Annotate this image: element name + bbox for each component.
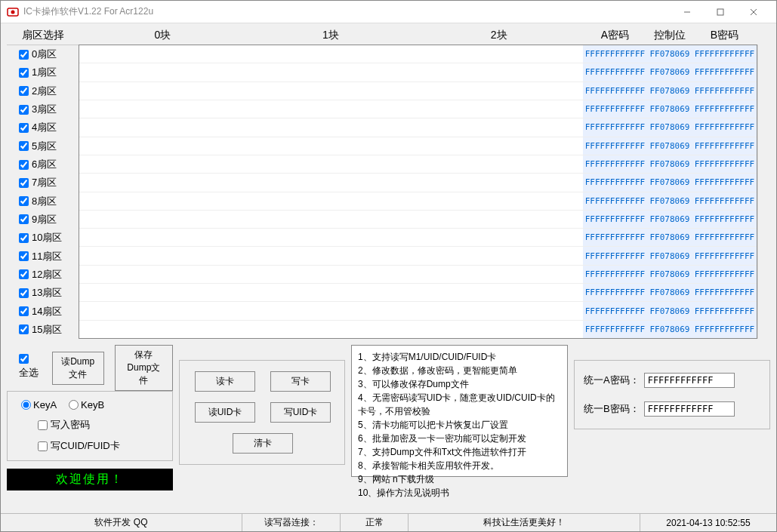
cell-block0[interactable] — [79, 284, 247, 301]
minimize-button[interactable] — [671, 2, 704, 23]
sector-checkbox-12[interactable]: 12扇区 — [7, 266, 79, 284]
cell-block2[interactable] — [415, 321, 583, 338]
save-dump-button[interactable]: 保存Dump文件 — [115, 345, 173, 391]
cell-a-password[interactable]: FFFFFFFFFFFF — [583, 211, 647, 228]
keya-radio[interactable]: KeyA — [21, 399, 57, 411]
cell-b-password[interactable]: FFFFFFFFFFFF — [692, 82, 757, 100]
cell-block1[interactable] — [247, 302, 415, 319]
cell-block2[interactable] — [415, 229, 583, 246]
read-card-button[interactable]: 读卡 — [195, 371, 255, 392]
sector-checkbox-1[interactable]: 1扇区 — [7, 63, 79, 81]
cell-b-password[interactable]: FFFFFFFFFFFF — [692, 302, 757, 319]
cell-a-password[interactable]: FFFFFFFFFFFF — [583, 137, 647, 155]
cell-block0[interactable] — [79, 211, 247, 228]
cell-control[interactable]: FF078069 — [647, 100, 692, 118]
cell-control[interactable]: FF078069 — [647, 137, 692, 155]
cell-a-password[interactable]: FFFFFFFFFFFF — [583, 155, 647, 173]
cell-block1[interactable] — [247, 211, 415, 228]
cell-b-password[interactable]: FFFFFFFFFFFF — [692, 63, 757, 81]
cell-b-password[interactable]: FFFFFFFFFFFF — [692, 174, 757, 191]
cell-block2[interactable] — [415, 118, 583, 136]
cell-block2[interactable] — [415, 192, 583, 210]
vertical-scrollbar[interactable] — [757, 45, 770, 339]
write-uid-button[interactable]: 写UID卡 — [270, 402, 331, 423]
cell-a-password[interactable]: FFFFFFFFFFFF — [583, 247, 647, 264]
cell-block0[interactable] — [79, 63, 247, 81]
maximize-button[interactable] — [704, 2, 737, 23]
cell-b-password[interactable]: FFFFFFFFFFFF — [692, 321, 757, 338]
cell-block2[interactable] — [415, 284, 583, 301]
cell-block2[interactable] — [415, 211, 583, 228]
keyb-radio[interactable]: KeyB — [69, 399, 104, 411]
cell-b-password[interactable]: FFFFFFFFFFFF — [692, 45, 757, 63]
cell-control[interactable]: FF078069 — [647, 284, 692, 301]
sector-checkbox-14[interactable]: 14扇区 — [7, 302, 79, 320]
read-uid-button[interactable]: 读UID卡 — [195, 402, 255, 423]
cell-control[interactable]: FF078069 — [647, 82, 692, 100]
cell-block1[interactable] — [247, 284, 415, 301]
cell-block1[interactable] — [247, 45, 415, 63]
sector-checkbox-9[interactable]: 9扇区 — [7, 211, 79, 229]
sector-checkbox-13[interactable]: 13扇区 — [7, 284, 79, 302]
cell-control[interactable]: FF078069 — [647, 211, 692, 228]
cell-a-password[interactable]: FFFFFFFFFFFF — [583, 192, 647, 210]
read-dump-button[interactable]: 读Dump文件 — [52, 352, 104, 385]
cell-block0[interactable] — [79, 192, 247, 210]
cell-block2[interactable] — [415, 302, 583, 319]
cell-block2[interactable] — [415, 247, 583, 264]
sector-checkbox-3[interactable]: 3扇区 — [7, 100, 79, 118]
cell-a-password[interactable]: FFFFFFFFFFFF — [583, 82, 647, 100]
write-card-button[interactable]: 写卡 — [270, 371, 331, 392]
cell-control[interactable]: FF078069 — [647, 266, 692, 283]
cell-control[interactable]: FF078069 — [647, 192, 692, 210]
cell-a-password[interactable]: FFFFFFFFFFFF — [583, 321, 647, 338]
unified-b-input[interactable] — [644, 401, 735, 417]
cell-block2[interactable] — [415, 266, 583, 283]
cell-block1[interactable] — [247, 247, 415, 264]
cell-a-password[interactable]: FFFFFFFFFFFF — [583, 45, 647, 63]
sector-checkbox-8[interactable]: 8扇区 — [7, 192, 79, 211]
cell-block1[interactable] — [247, 100, 415, 118]
cell-a-password[interactable]: FFFFFFFFFFFF — [583, 100, 647, 118]
cell-b-password[interactable]: FFFFFFFFFFFF — [692, 155, 757, 173]
cell-block1[interactable] — [247, 321, 415, 338]
cell-block0[interactable] — [79, 118, 247, 136]
write-cuid-checkbox[interactable]: 写CUID/FUID卡 — [38, 439, 165, 453]
cell-block2[interactable] — [415, 100, 583, 118]
sector-checkbox-15[interactable]: 15扇区 — [7, 321, 79, 339]
cell-b-password[interactable]: FFFFFFFFFFFF — [692, 284, 757, 301]
cell-a-password[interactable]: FFFFFFFFFFFF — [583, 174, 647, 191]
cell-control[interactable]: FF078069 — [647, 63, 692, 81]
cell-a-password[interactable]: FFFFFFFFFFFF — [583, 266, 647, 283]
cell-block1[interactable] — [247, 137, 415, 155]
cell-block0[interactable] — [79, 137, 247, 155]
cell-control[interactable]: FF078069 — [647, 174, 692, 191]
cell-block0[interactable] — [79, 321, 247, 338]
cell-block1[interactable] — [247, 118, 415, 136]
cell-block1[interactable] — [247, 155, 415, 173]
cell-block1[interactable] — [247, 229, 415, 246]
cell-block0[interactable] — [79, 174, 247, 191]
cell-b-password[interactable]: FFFFFFFFFFFF — [692, 229, 757, 246]
cell-a-password[interactable]: FFFFFFFFFFFF — [583, 302, 647, 319]
cell-b-password[interactable]: FFFFFFFFFFFF — [692, 247, 757, 264]
cell-b-password[interactable]: FFFFFFFFFFFF — [692, 118, 757, 136]
cell-block0[interactable] — [79, 266, 247, 283]
cell-block2[interactable] — [415, 155, 583, 173]
clear-card-button[interactable]: 清卡 — [233, 433, 293, 454]
cell-b-password[interactable]: FFFFFFFFFFFF — [692, 266, 757, 283]
sector-checkbox-11[interactable]: 11扇区 — [7, 247, 79, 265]
sector-checkbox-4[interactable]: 4扇区 — [7, 118, 79, 137]
cell-block1[interactable] — [247, 82, 415, 100]
sector-checkbox-5[interactable]: 5扇区 — [7, 137, 79, 155]
cell-block1[interactable] — [247, 266, 415, 283]
cell-b-password[interactable]: FFFFFFFFFFFF — [692, 192, 757, 210]
cell-control[interactable]: FF078069 — [647, 302, 692, 319]
cell-block2[interactable] — [415, 63, 583, 81]
close-button[interactable] — [737, 2, 770, 23]
cell-block2[interactable] — [415, 174, 583, 191]
write-password-checkbox[interactable]: 写入密码 — [38, 418, 165, 432]
cell-b-password[interactable]: FFFFFFFFFFFF — [692, 100, 757, 118]
sector-checkbox-10[interactable]: 10扇区 — [7, 229, 79, 247]
cell-block1[interactable] — [247, 174, 415, 191]
